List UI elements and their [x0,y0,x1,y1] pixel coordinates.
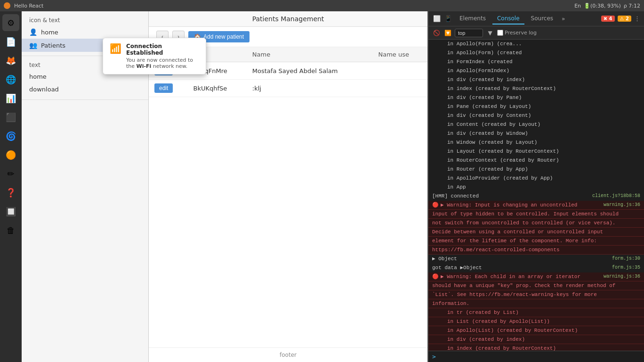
sidebar-monitor-icon[interactable]: 📊 [2,90,19,107]
nav-item-download[interactable]: download [22,83,148,96]
toast-title: Connection Established [126,43,199,56]
console-line: in tr (created by List) [428,308,644,317]
devtools-tab-console[interactable]: Console [492,13,524,25]
sidebar-firefox-icon[interactable]: 🦊 [2,52,19,69]
console-line: in div (created by Pane) [428,93,644,102]
console-prompt-symbol: > [432,353,436,360]
console-line: in Apollo(Form) (crea... [428,40,644,49]
add-patient-label: Add new patient [203,33,244,40]
console-line: https://fb.me/react-controlled-component… [428,246,644,255]
console-line: should have a unique "key" prop. Check t… [428,281,644,290]
console-ref-link[interactable]: client.js?18b8:58 [592,192,640,200]
toast-notification: 📶 Connection Established You are now con… [103,38,206,74]
nav-item-home-text-label: home [29,73,47,80]
col-header-name: Name [247,47,373,62]
console-line: in App [428,183,644,192]
app-icon-dot [4,2,10,9]
nav-item-download-label: download [29,86,59,93]
console-line: 🔴▶ Warning: Input is changing an uncontr… [428,201,644,210]
devtools-menu-icon[interactable]: ⋮ [634,15,640,22]
devtools-tab-elements[interactable]: Elements [455,13,491,25]
console-ref-link[interactable]: form.js:30 [612,255,640,263]
log-level-filter[interactable] [455,29,483,37]
console-ref-link[interactable]: warning.js:36 [604,273,640,280]
console-line: in FormIndex (created [428,58,644,66]
preserve-log-label[interactable]: Preserve log [497,30,537,36]
sidebar-help-icon[interactable]: ❓ [2,184,19,201]
warn-count-badge: ⚠ 2 [618,16,631,22]
devtools-responsive-icon[interactable]: 📱 [443,14,453,24]
devtools-panel: ⬜ 📱 Elements Console Sources » ✖ 4 ⚠ 2 ⋮… [427,11,644,362]
sidebar-vlc-icon[interactable]: 🟠 [2,146,19,163]
error-icon: 🔴 [432,202,439,208]
sidebar-settings-icon[interactable]: ⚙ [2,14,19,31]
table-cell-name: :klj [247,80,373,97]
console-line: in Content (created by Layout) [428,120,644,129]
toast-content: Connection Established You are now conne… [126,43,199,69]
console-line: got data ▶Objectform.js:35 [428,263,644,272]
console-line: in index (created by RouterContext) [428,84,644,93]
devtools-screenshot-icon[interactable]: ⬜ [432,14,442,24]
battery-indicator: 🔋(0:38, 93%) [584,3,621,9]
console-line: in List (created by Apollo(List)) [428,317,644,326]
sidebar-square-icon[interactable]: 🔲 [2,203,19,220]
table-cell-id: BkUKqhfSe [187,80,246,97]
table-cell-nameuse [372,62,427,80]
devtools-console-toolbar: 🚫 🔽 ▼ Preserve log [428,26,644,40]
console-ref-link[interactable]: form.js:35 [612,264,640,272]
console-line: [HMR] connectedclient.js?18b8:58 [428,192,644,201]
console-output[interactable]: in Apollo(Form) (crea...in Apollo(Form) … [428,40,644,351]
sidebar-swirl-icon[interactable]: 🌀 [2,127,19,144]
table-cell-edit: edit [149,80,187,97]
console-input[interactable] [438,354,640,360]
content-footer: footer [149,347,427,362]
wifi-icon: 📶 [110,43,121,54]
edit-button[interactable]: edit [154,83,173,93]
home-icon: 👤 [29,28,37,36]
title-bar: Hello React En 🔋(0:38, 93%) ρ 7:12 [0,0,644,11]
console-ref-link[interactable]: warning.js:36 [604,201,640,209]
sidebar-pencil-icon[interactable]: ✏ [2,165,19,182]
sidebar-files-icon[interactable]: 📄 [2,33,19,50]
console-line: element for the lifetime of the componen… [428,237,644,246]
sidebar-trash-icon[interactable]: 🗑 [2,222,19,239]
devtools-tab-sources[interactable]: Sources [526,13,558,25]
preserve-log-text: Preserve log [505,30,537,36]
title-bar-title: Hello React [14,3,43,9]
sidebar-terminal-icon[interactable]: ⬛ [2,108,19,125]
icon-text-section-label: icon & text [22,15,148,25]
toast-text: You are now connected to the Wi-Fi netwo… [126,57,199,69]
console-line: in Apollo(FormIndex) [428,66,644,75]
devtools-more-tabs[interactable]: » [562,16,565,22]
table-cell-name: Mostafa Sayed Abdel Salam [247,62,373,80]
console-line: in index (created by RouterContext) [428,344,644,351]
content-header-title: Patients Management [149,11,427,27]
patients-table-wrapper: id Name Name use edit SkEqFnMre Mostafa … [149,47,427,347]
error-icon: 🔴 [432,274,439,280]
console-line: in div (created by Content) [428,111,644,120]
console-line: `List`. See https://fb.me/react-warning-… [428,290,644,299]
nav-item-patients-label: Patients [41,42,65,49]
table-cell-nameuse [372,80,427,97]
console-line: in Window (created by Layout) [428,138,644,147]
dropdown-icon[interactable]: ▼ [486,29,494,37]
nav-item-home-icon-text-label: home [41,29,58,36]
devtools-tabs-bar: ⬜ 📱 Elements Console Sources » ✖ 4 ⚠ 2 ⋮ [428,11,644,26]
devtools-right-area: ✖ 4 ⚠ 2 ⋮ [601,15,640,22]
title-bar-right: En 🔋(0:38, 93%) ρ 7:12 [574,3,640,9]
console-line: Decide between using a controlled or unc… [428,228,644,237]
filter-icon[interactable]: 🔽 [443,29,452,37]
console-line: in Layout (created by RouterContext) [428,147,644,156]
console-line: input of type hidden to be controlled. I… [428,210,644,219]
toast-highlight: Wi-Fi [137,63,152,69]
console-line: in Apollo(Form) (created [428,49,644,58]
sidebar-globe-icon[interactable]: 🌐 [2,71,19,88]
preserve-log-checkbox[interactable] [497,30,503,36]
clear-console-icon[interactable]: 🚫 [432,29,441,37]
keyboard-lang: En [574,3,581,9]
nav-item-home-icon-text[interactable]: 👤 home [22,25,148,39]
clock: ρ 7:12 [624,3,640,9]
console-line: information. [428,299,644,308]
console-line: 🔴▶ Warning: Each child in an array or it… [428,272,644,281]
console-input-line: > [428,351,644,362]
